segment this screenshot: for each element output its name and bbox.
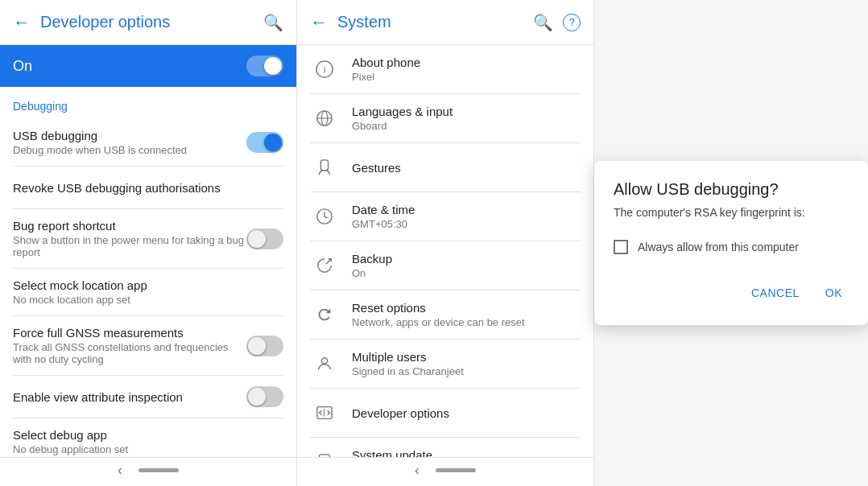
ok-button[interactable]: OK	[819, 280, 849, 306]
dialog-actions: Cancel OK	[614, 280, 849, 306]
gnss-subtitle: Track all GNSS constellations and freque…	[13, 341, 246, 365]
usb-debug-dialog: Allow USB debugging? The computer's RSA …	[594, 161, 868, 326]
system-scroll: i About phone Pixel Languages & input Gb…	[297, 45, 593, 457]
svg-line-10	[324, 409, 324, 416]
languages-title: Languages & input	[352, 105, 581, 118]
developer-options-icon	[310, 398, 339, 427]
svg-text:i: i	[324, 64, 326, 76]
bug-report-title: Bug report shortcut	[13, 219, 246, 233]
bug-report-subtitle: Show a button in the power menu for taki…	[13, 234, 246, 258]
developer-options-toggle[interactable]	[246, 56, 283, 76]
svg-point-8	[321, 358, 327, 364]
gestures-title: Gestures	[352, 161, 581, 175]
backup-row[interactable]: Backup On	[297, 241, 593, 290]
back-arrow-left[interactable]: ←	[13, 12, 31, 33]
developer-options-panel: ← Developer options 🔍 On Debugging USB d…	[0, 0, 297, 486]
always-allow-checkbox[interactable]	[614, 240, 628, 254]
backup-title: Backup	[352, 252, 581, 266]
dialog-title: Allow USB debugging?	[614, 180, 849, 199]
always-allow-label: Always allow from this computer	[638, 241, 799, 253]
on-label: On	[13, 58, 32, 75]
view-attribute-title: Enable view attribute inspection	[13, 390, 246, 404]
dialog-message: The computer's RSA key fingerprint is:	[614, 205, 849, 221]
developer-options-scroll: Debugging USB debugging Debug mode when …	[0, 87, 296, 457]
gestures-row[interactable]: Gestures	[297, 143, 593, 192]
backup-icon	[310, 251, 339, 280]
about-phone-row[interactable]: i About phone Pixel	[297, 45, 593, 93]
date-time-icon	[310, 202, 339, 231]
gnss-row[interactable]: Force full GNSS measurements Track all G…	[0, 316, 296, 375]
reset-options-icon	[310, 300, 339, 329]
usb-debugging-row[interactable]: USB debugging Debug mode when USB is con…	[0, 119, 296, 166]
multiple-users-subtitle: Signed in as Charanjeet	[352, 365, 581, 377]
usb-debugging-title: USB debugging	[13, 129, 246, 142]
system-update-icon	[310, 447, 339, 457]
svg-rect-5	[320, 160, 328, 171]
system-update-title: System update	[352, 448, 581, 457]
developer-options-sys-title: Developer options	[352, 406, 581, 420]
dialog-backdrop: Allow USB debugging? The computer's RSA …	[594, 0, 868, 486]
gestures-icon	[310, 153, 339, 182]
mock-location-subtitle: No mock location app set	[13, 294, 283, 306]
on-toggle-row[interactable]: On	[0, 45, 296, 87]
middle-nav-pill	[436, 468, 476, 472]
middle-nav-back[interactable]: ‹	[415, 462, 420, 479]
developer-options-title: Developer options	[40, 13, 254, 31]
view-attribute-toggle[interactable]	[246, 386, 283, 407]
bug-report-row[interactable]: Bug report shortcut Show a button in the…	[0, 209, 296, 268]
mock-location-row[interactable]: Select mock location app No mock locatio…	[0, 269, 296, 315]
multiple-users-icon	[310, 349, 339, 378]
backup-subtitle: On	[352, 267, 581, 279]
gnss-title: Force full GNSS measurements	[13, 326, 246, 340]
view-attribute-row[interactable]: Enable view attribute inspection	[0, 376, 296, 418]
about-phone-title: About phone	[352, 56, 581, 69]
usb-debugging-toggle[interactable]	[246, 132, 283, 153]
middle-bottom-nav: ‹	[297, 457, 593, 486]
bug-report-toggle[interactable]	[246, 229, 283, 249]
system-title: System	[337, 13, 523, 31]
debug-app-subtitle: No debug application set	[13, 443, 283, 455]
system-panel: ← System 🔍 ? i About phone Pixel Languag…	[297, 0, 594, 486]
svg-line-7	[326, 259, 331, 264]
left-nav-back[interactable]: ‹	[118, 462, 122, 479]
search-icon-system[interactable]: 🔍	[533, 13, 553, 32]
system-update-row[interactable]: System update Updated to Android 9	[297, 438, 593, 457]
languages-icon	[310, 104, 339, 133]
debug-app-row[interactable]: Select debug app No debug application se…	[0, 418, 296, 457]
about-phone-icon: i	[310, 55, 339, 84]
search-icon-left[interactable]: 🔍	[263, 13, 283, 32]
help-icon-system[interactable]: ?	[563, 14, 581, 31]
languages-row[interactable]: Languages & input Gboard	[297, 94, 593, 142]
cancel-button[interactable]: Cancel	[745, 280, 806, 306]
gnss-toggle[interactable]	[246, 336, 283, 356]
debug-app-title: Select debug app	[13, 428, 283, 442]
developer-options-row[interactable]: Developer options	[297, 389, 593, 437]
usb-debugging-subtitle: Debug mode when USB is connected	[13, 144, 246, 156]
languages-subtitle: Gboard	[352, 120, 581, 132]
date-time-subtitle: GMT+05:30	[352, 218, 581, 230]
dialog-checkbox-row[interactable]: Always allow from this computer	[614, 240, 849, 254]
revoke-usb-row[interactable]: Revoke USB debugging authorisations	[0, 167, 296, 208]
left-nav-pill	[138, 468, 179, 472]
multiple-users-row[interactable]: Multiple users Signed in as Charanjeet	[297, 340, 593, 388]
date-time-title: Date & time	[352, 203, 581, 216]
reset-options-title: Reset options	[352, 301, 581, 315]
reset-options-subtitle: Network, apps or device can be reset	[352, 316, 581, 328]
back-arrow-system[interactable]: ←	[310, 12, 328, 33]
about-phone-subtitle: Pixel	[352, 71, 581, 83]
reset-options-row[interactable]: Reset options Network, apps or device ca…	[297, 290, 593, 339]
debugging-section-label: Debugging	[0, 87, 296, 119]
mock-location-title: Select mock location app	[13, 278, 283, 292]
left-bottom-nav: ‹	[0, 457, 296, 486]
system-header: ← System 🔍 ?	[297, 0, 593, 45]
multiple-users-title: Multiple users	[352, 350, 581, 364]
date-time-row[interactable]: Date & time GMT+05:30	[297, 192, 593, 241]
developer-options-header: ← Developer options 🔍	[0, 0, 296, 45]
revoke-usb-title: Revoke USB debugging authorisations	[13, 181, 283, 195]
